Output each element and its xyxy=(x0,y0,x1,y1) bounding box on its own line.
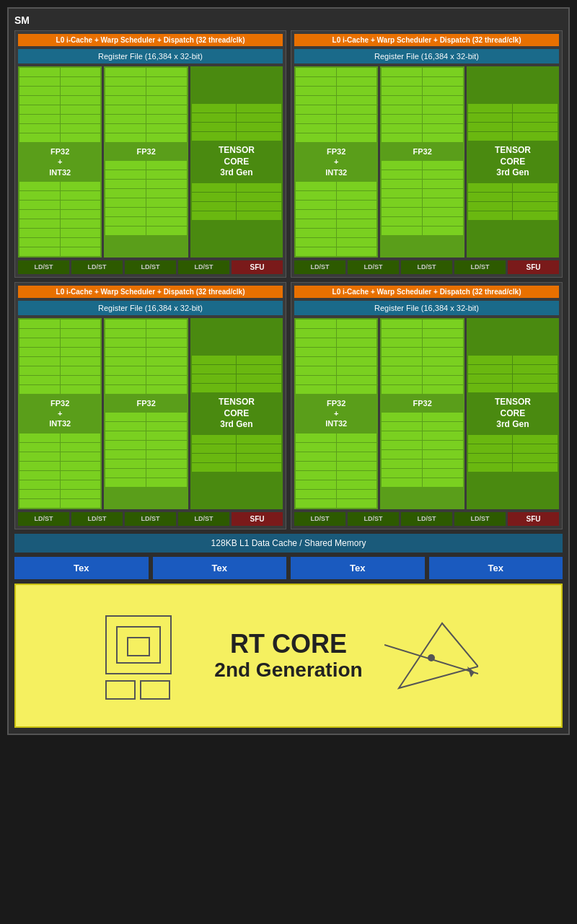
register-file-1: Register File (16,384 x 32-bit) xyxy=(294,49,559,63)
ldst-2-2: LD/ST xyxy=(125,512,176,526)
tensor-label-3: TENSORCORE3rd Gen xyxy=(493,394,532,434)
fp32-block-3: FP32 xyxy=(380,318,464,509)
quadrant-1: L0 i-Cache + Warp Scheduler + Dispatch (… xyxy=(291,30,563,278)
tensor-label-1: TENSORCORE3rd Gen xyxy=(493,142,532,182)
svg-rect-3 xyxy=(106,681,135,699)
ldst-2-1: LD/ST xyxy=(71,512,123,526)
register-file-0: Register File (16,384 x 32-bit) xyxy=(18,49,283,63)
tex-unit-1: Tex xyxy=(153,557,287,579)
ldst-2-3: LD/ST xyxy=(178,512,229,526)
ldst-0-0: LD/ST xyxy=(18,260,69,274)
fp32-label-2: FP32 xyxy=(104,395,188,411)
ldst-1-1: LD/ST xyxy=(348,260,399,274)
bottom-units-3: LD/ST LD/ST LD/ST LD/ST SFU xyxy=(294,512,559,526)
l0-cache-bar-2: L0 i-Cache + Warp Scheduler + Dispatch (… xyxy=(18,286,283,298)
quadrant-2: L0 i-Cache + Warp Scheduler + Dispatch (… xyxy=(14,282,286,529)
fp32-int32-block-0: FP32+INT32 xyxy=(18,66,102,258)
tensor-core-block-0: TENSORCORE3rd Gen xyxy=(190,66,283,258)
ldst-1-3: LD/ST xyxy=(454,260,506,274)
l1-cache-bar: 128KB L1 Data Cache / Shared Memory xyxy=(14,534,563,553)
fp32-int32-label-0: FP32+INT32 xyxy=(18,144,102,180)
tensor-core-block-1: TENSORCORE3rd Gen xyxy=(467,66,559,258)
fp32-block-2: FP32 xyxy=(104,318,188,509)
sfu-3: SFU xyxy=(508,512,559,526)
bottom-units-2: LD/ST LD/ST LD/ST LD/ST SFU xyxy=(18,512,283,526)
fp32-label-0: FP32 xyxy=(104,144,188,159)
fp32-int32-label-1: FP32+INT32 xyxy=(294,144,378,180)
fp32-label-3: FP32 xyxy=(380,395,464,411)
ldst-0-1: LD/ST xyxy=(71,260,123,274)
l0-cache-bar-0: L0 i-Cache + Warp Scheduler + Dispatch (… xyxy=(18,34,283,46)
tex-unit-2: Tex xyxy=(291,557,425,579)
fp32-int32-label-2: FP32+INT32 xyxy=(18,395,102,432)
svg-rect-2 xyxy=(128,638,149,656)
svg-rect-4 xyxy=(141,681,169,699)
rt-core-section: RT CORE 2nd Generation xyxy=(14,584,563,728)
bottom-units-0: LD/ST LD/ST LD/ST LD/ST SFU xyxy=(18,260,283,274)
tensor-core-block-2: TENSORCORE3rd Gen xyxy=(190,318,283,509)
ldst-3-1: LD/ST xyxy=(348,512,399,526)
rt-core-title: RT CORE xyxy=(214,630,362,659)
svg-point-7 xyxy=(428,654,435,661)
fp32-int32-label-3: FP32+INT32 xyxy=(294,395,378,432)
ldst-3-3: LD/ST xyxy=(454,512,506,526)
ldst-1-0: LD/ST xyxy=(294,260,345,274)
rt-ray-icon xyxy=(384,609,478,703)
rt-bvh-icon xyxy=(99,609,193,703)
rt-core-content: RT CORE 2nd Generation xyxy=(99,609,477,703)
sm-container: SM L0 i-Cache + Warp Scheduler + Dispatc… xyxy=(7,7,570,735)
l0-cache-bar-3: L0 i-Cache + Warp Scheduler + Dispatch (… xyxy=(294,286,559,298)
rt-core-subtitle: 2nd Generation xyxy=(214,659,362,682)
register-file-2: Register File (16,384 x 32-bit) xyxy=(18,301,283,315)
fp32-int32-block-3: FP32+INT32 xyxy=(294,318,378,509)
ldst-1-2: LD/ST xyxy=(401,260,452,274)
fp32-int32-block-1: FP32+INT32 xyxy=(294,66,378,258)
sm-label: SM xyxy=(14,14,563,26)
ldst-3-2: LD/ST xyxy=(401,512,452,526)
sfu-2: SFU xyxy=(232,512,283,526)
quadrant-0: L0 i-Cache + Warp Scheduler + Dispatch (… xyxy=(14,30,286,278)
svg-rect-0 xyxy=(106,616,171,674)
fp32-label-1: FP32 xyxy=(380,144,464,159)
rt-core-text: RT CORE 2nd Generation xyxy=(214,630,362,682)
tensor-label-2: TENSORCORE3rd Gen xyxy=(217,394,256,434)
bottom-units-1: LD/ST LD/ST LD/ST LD/ST SFU xyxy=(294,260,559,274)
tensor-label-0: TENSORCORE3rd Gen xyxy=(217,142,256,182)
fp32-int32-block-2: FP32+INT32 xyxy=(18,318,102,509)
fp32-block-1: FP32 xyxy=(380,66,464,258)
svg-rect-1 xyxy=(117,627,160,663)
tex-row: Tex Tex Tex Tex xyxy=(14,557,563,579)
ldst-2-0: LD/ST xyxy=(18,512,69,526)
quadrants-grid: L0 i-Cache + Warp Scheduler + Dispatch (… xyxy=(14,30,563,529)
ldst-0-2: LD/ST xyxy=(125,260,176,274)
svg-marker-5 xyxy=(399,623,478,688)
register-file-3: Register File (16,384 x 32-bit) xyxy=(294,301,559,315)
sfu-1: SFU xyxy=(508,260,559,274)
l0-cache-bar-1: L0 i-Cache + Warp Scheduler + Dispatch (… xyxy=(294,34,559,46)
quadrant-3: L0 i-Cache + Warp Scheduler + Dispatch (… xyxy=(291,282,563,529)
tex-unit-0: Tex xyxy=(14,557,149,579)
ldst-3-0: LD/ST xyxy=(294,512,345,526)
ldst-0-3: LD/ST xyxy=(178,260,229,274)
tex-unit-3: Tex xyxy=(429,557,563,579)
fp32-block-0: FP32 xyxy=(104,66,188,258)
sfu-0: SFU xyxy=(232,260,283,274)
tensor-core-block-3: TENSORCORE3rd Gen xyxy=(467,318,559,509)
